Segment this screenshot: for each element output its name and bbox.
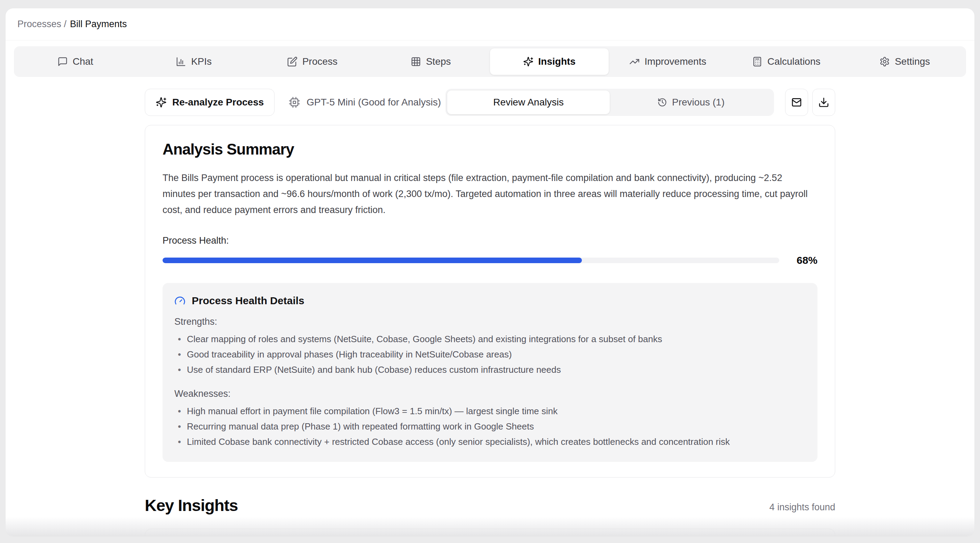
- reanalyze-button[interactable]: Re-analyze Process: [145, 89, 275, 116]
- download-button[interactable]: [812, 89, 835, 116]
- breadcrumb-parent[interactable]: Processes /: [18, 19, 67, 30]
- segment-label: Review Analysis: [493, 97, 563, 108]
- tab-steps[interactable]: Steps: [372, 48, 490, 75]
- list-item: Limited Cobase bank connectivity + restr…: [174, 434, 806, 449]
- process-health-bar: 68%: [162, 255, 818, 266]
- history-icon: [657, 97, 667, 107]
- weaknesses-label: Weaknesses:: [174, 389, 806, 399]
- process-health-label: Process Health:: [162, 235, 818, 246]
- edit-square-icon: [287, 56, 298, 67]
- analysis-summary-body: The Bills Payment process is operational…: [162, 170, 818, 218]
- list-item: Use of standard ERP (NetSuite) and bank …: [174, 362, 806, 377]
- gear-icon: [880, 56, 890, 67]
- analysis-summary-title: Analysis Summary: [162, 141, 818, 158]
- reanalyze-label: Re-analyze Process: [172, 97, 264, 108]
- insight-card[interactable]: Payment file compilation is the primary …: [145, 529, 835, 536]
- mail-icon: [791, 97, 802, 108]
- header: Processes / Bill Payments: [6, 8, 974, 40]
- list-item: Clear mapping of roles and systems (NetS…: [174, 331, 806, 347]
- model-label: GPT-5 Mini (Good for Analysis): [307, 97, 441, 108]
- segment-review-analysis[interactable]: Review Analysis: [447, 91, 610, 114]
- tab-kpis[interactable]: KPIs: [135, 48, 253, 75]
- analysis-view-toggle: Review Analysis Previous (1): [445, 89, 774, 116]
- weaknesses-list: High manual effort in payment file compi…: [174, 403, 806, 449]
- tab-label: KPIs: [191, 56, 212, 67]
- calculator-icon: [752, 56, 762, 67]
- insights-count: 4 insights found: [770, 502, 835, 515]
- tab-settings[interactable]: Settings: [846, 48, 964, 75]
- gauge-icon: [174, 295, 186, 306]
- health-progress-track: [162, 258, 779, 263]
- model-selector[interactable]: GPT-5 Mini (Good for Analysis): [288, 96, 441, 108]
- list-item: High manual effort in payment file compi…: [174, 403, 806, 419]
- tab-process[interactable]: Process: [253, 48, 372, 75]
- insights-toolbar: Re-analyze Process GPT-5 Mini (Good for …: [145, 89, 835, 116]
- tab-label: Calculations: [767, 56, 821, 67]
- bar-chart-icon: [176, 56, 186, 67]
- process-health-details: Process Health Details Strengths: Clear …: [162, 283, 818, 462]
- breadcrumb: Processes / Bill Payments: [18, 19, 127, 30]
- email-button[interactable]: [785, 89, 808, 116]
- strengths-label: Strengths:: [174, 317, 806, 327]
- cpu-chip-icon: [288, 96, 300, 108]
- breadcrumb-current: Bill Payments: [70, 19, 127, 30]
- tab-label: Chat: [73, 56, 93, 67]
- tab-improvements[interactable]: Improvements: [609, 48, 727, 75]
- download-icon: [818, 97, 829, 108]
- analysis-summary-card: Analysis Summary The Bills Payment proce…: [145, 125, 835, 478]
- trending-up-icon: [629, 56, 640, 67]
- list-item: Good traceability in approval phases (Hi…: [174, 347, 806, 362]
- key-insights-header: Key Insights 4 insights found: [145, 496, 835, 515]
- tab-label: Settings: [895, 56, 930, 67]
- strengths-list: Clear mapping of roles and systems (NetS…: [174, 331, 806, 377]
- details-header: Process Health Details: [174, 295, 806, 307]
- sparkles-icon: [156, 97, 167, 108]
- tab-insights[interactable]: Insights: [490, 48, 609, 75]
- list-item: Recurring manual data prep (Phase 1) wit…: [174, 419, 806, 434]
- tab-label: Insights: [538, 56, 576, 67]
- health-percent-value: 68%: [789, 255, 818, 266]
- segment-previous[interactable]: Previous (1): [610, 91, 772, 114]
- tab-label: Process: [302, 56, 337, 67]
- tab-label: Improvements: [644, 56, 706, 67]
- tab-label: Steps: [426, 56, 451, 67]
- tab-calculations[interactable]: Calculations: [727, 48, 846, 75]
- chat-icon: [57, 56, 68, 67]
- tab-chat[interactable]: Chat: [16, 48, 135, 75]
- table-icon: [410, 56, 421, 67]
- main-panel: Processes / Bill Payments Chat KPIs Proc…: [6, 8, 974, 536]
- details-title: Process Health Details: [192, 295, 304, 307]
- key-insights-title: Key Insights: [145, 496, 238, 515]
- health-progress-fill: [162, 258, 582, 263]
- tab-bar: Chat KPIs Process Steps Insights Improve…: [14, 46, 966, 77]
- segment-label: Previous (1): [672, 97, 725, 108]
- sparkles-icon: [523, 56, 533, 67]
